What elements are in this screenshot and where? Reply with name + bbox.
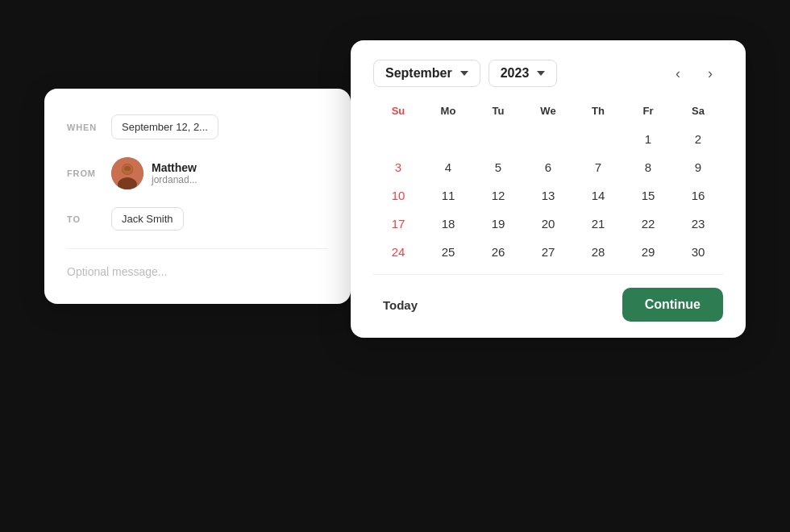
when-row: WHEN September 12, 2... [67,114,328,139]
form-card: WHEN September 12, 2... FROM [44,89,351,304]
year-select[interactable]: 2023 [489,60,558,87]
to-chip[interactable]: Jack Smith [111,207,184,231]
nav-buttons: ‹ › [665,60,723,86]
year-chevron-icon [537,71,545,76]
calendar-day-cell[interactable]: 20 [523,210,573,238]
month-label: September [385,66,452,81]
calendar-day-cell[interactable]: 9 [673,153,723,181]
calendar-week-row: 24252627282930 [373,238,723,266]
from-info-container: Matthew jordanad... [111,157,198,189]
calendar-day-cell[interactable]: 7 [573,153,623,181]
today-button[interactable]: Today [373,293,427,317]
calendar-day-cell[interactable]: 16 [673,181,723,210]
calendar-day-cell[interactable]: 23 [673,210,723,238]
calendar-divider [373,274,723,275]
calendar-day-cell[interactable]: 19 [473,210,523,238]
header-tu: Tu [473,102,523,125]
form-divider [67,248,328,249]
header-sa: Sa [673,102,723,125]
header-mo: Mo [423,102,473,125]
calendar-week-row: 12 [373,125,723,153]
calendar-day-cell[interactable]: 12 [473,181,523,210]
calendar-week-row: 3456789 [373,153,723,181]
calendar-grid: Su Mo Tu We Th Fr Sa 1234567891011121314… [373,102,723,266]
avatar [111,157,143,189]
message-placeholder[interactable]: Optional message... [67,262,328,281]
when-value[interactable]: September 12, 2... [111,114,218,139]
calendar-day-cell[interactable]: 13 [523,181,573,210]
prev-month-button[interactable]: ‹ [665,60,691,86]
to-row: TO Jack Smith [67,207,328,231]
continue-button[interactable]: Continue [622,288,723,322]
header-su: Su [373,102,423,125]
calendar-day-cell[interactable]: 2 [673,125,723,153]
calendar-day-cell[interactable]: 4 [423,153,473,181]
calendar-empty-cell [373,125,423,153]
calendar-day-cell[interactable]: 10 [373,181,423,210]
calendar-day-cell[interactable]: 5 [473,153,523,181]
calendar-day-cell[interactable]: 26 [473,238,523,266]
next-month-button[interactable]: › [697,60,723,86]
calendar-day-cell[interactable]: 11 [423,181,473,210]
calendar-day-cell[interactable]: 14 [573,181,623,210]
to-label: TO [67,214,111,224]
from-details: Matthew jordanad... [152,161,198,185]
calendar-day-cell[interactable]: 3 [373,153,423,181]
calendar-empty-cell [423,125,473,153]
header-th: Th [573,102,623,125]
year-label: 2023 [501,66,530,81]
calendar-day-cell[interactable]: 25 [423,238,473,266]
month-select[interactable]: September [373,60,480,87]
header-fr: Fr [623,102,673,125]
header-we: We [523,102,573,125]
calendar-footer: Today Continue [373,285,723,322]
calendar-day-cell[interactable]: 1 [623,125,673,153]
day-header-row: Su Mo Tu We Th Fr Sa [373,102,723,125]
calendar-day-cell[interactable]: 24 [373,238,423,266]
when-label: WHEN [67,123,111,132]
calendar-day-cell[interactable]: 17 [373,210,423,238]
calendar-day-cell[interactable]: 28 [573,238,623,266]
from-row: FROM Matthew jordanad... [67,157,328,189]
calendar-header: September 2023 ‹ › [373,60,723,87]
calendar-day-cell[interactable]: 18 [423,210,473,238]
calendar-day-cell[interactable]: 27 [523,238,573,266]
from-name: Matthew [152,161,198,174]
calendar-empty-cell [473,125,523,153]
svg-point-4 [124,166,131,171]
from-email: jordanad... [152,174,198,185]
calendar-day-cell[interactable]: 6 [523,153,573,181]
calendar-week-row: 17181920212223 [373,210,723,238]
calendar-empty-cell [573,125,623,153]
calendar-day-cell[interactable]: 15 [623,181,673,210]
calendar-week-row: 10111213141516 [373,181,723,210]
from-label: FROM [67,168,111,178]
calendar-day-cell[interactable]: 21 [573,210,623,238]
calendar-day-cell[interactable]: 30 [673,238,723,266]
calendar-day-cell[interactable]: 29 [623,238,673,266]
month-chevron-icon [460,71,468,76]
calendar-empty-cell [523,125,573,153]
calendar-day-cell[interactable]: 22 [623,210,673,238]
calendar-day-cell[interactable]: 8 [623,153,673,181]
calendar-card: September 2023 ‹ › Su Mo Tu We Th Fr [351,40,746,338]
